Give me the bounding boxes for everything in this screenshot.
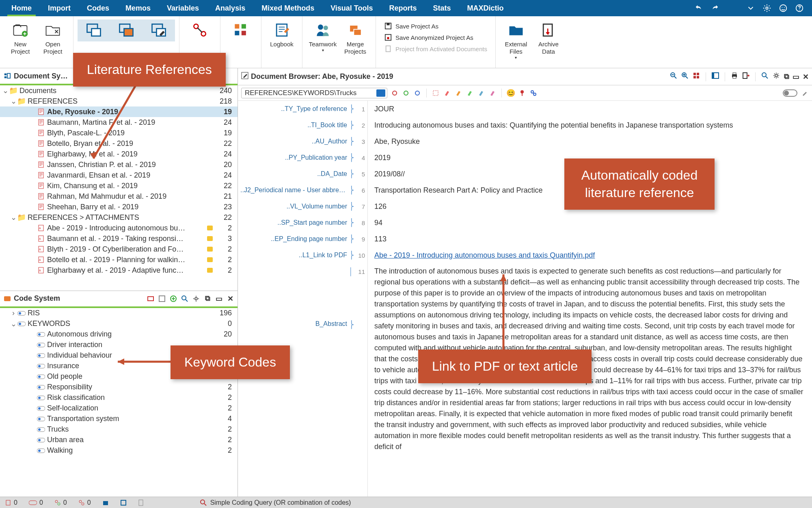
tree-item[interactable]: Rahman, Md Mahmudur et al. - 201921	[0, 191, 238, 202]
code-item[interactable]: Self-localization2	[0, 403, 238, 414]
doc-window3-button[interactable]	[143, 20, 175, 41]
code-item[interactable]: Risk classification2	[0, 393, 238, 403]
code-blue-icon[interactable]	[413, 89, 421, 97]
hl-green-icon[interactable]	[466, 89, 474, 97]
tree-item[interactable]: AElgharbawy et al. - 2019 - Adaptive fun…	[0, 265, 238, 276]
tab-codes[interactable]: Codes	[79, 0, 117, 16]
tree-item[interactable]: AAbe - 2019 - Introducing autonomous bu……	[0, 223, 238, 233]
hl-red-icon[interactable]	[443, 89, 451, 97]
tab-home[interactable]: Home	[3, 0, 40, 16]
gutter-row[interactable]: ..VL_Volume number⎬7	[238, 198, 367, 215]
merge-projects-button[interactable]: Merge Projects	[339, 20, 371, 56]
new-project-button[interactable]: New Project	[4, 20, 37, 56]
code-add-icon[interactable]	[169, 295, 177, 303]
link-icon[interactable]	[529, 89, 538, 97]
code-item[interactable]: Autonomous driving20	[0, 329, 238, 340]
tab-import[interactable]: Import	[40, 0, 79, 16]
hl-pink-icon[interactable]	[488, 89, 497, 97]
code-path-dropdown[interactable]: REFERENCES\KEYWORDS\Trucks	[241, 88, 387, 98]
gutter-row[interactable]: ..PY_Publication year⎬4	[238, 150, 367, 166]
logbook-button[interactable]: Logbook	[266, 20, 298, 49]
search-icon[interactable]	[181, 295, 189, 303]
teamwork-button[interactable]: Teamwork▾	[307, 20, 339, 56]
zoom-in-icon[interactable]	[681, 72, 689, 81]
help-icon[interactable]	[795, 4, 804, 13]
code-tree[interactable]: ›RIS196 ⌄KEYWORDS0 Autonomous driving20 …	[0, 308, 238, 497]
gutter-row[interactable]: ..L1_Link to PDF⎬10	[238, 247, 367, 263]
memo-icon[interactable]	[205, 267, 215, 274]
collapse-icon[interactable]: ▭	[215, 295, 223, 303]
close-icon[interactable]: ✕	[803, 72, 809, 81]
tab-visual-tools[interactable]: Visual Tools	[322, 0, 381, 16]
smile-icon[interactable]	[779, 4, 788, 13]
undo-icon[interactable]	[694, 4, 703, 13]
zoom-out-icon[interactable]	[670, 72, 677, 81]
code-item[interactable]: Trucks2	[0, 424, 238, 435]
status-item4[interactable]: 0	[78, 499, 91, 506]
tree-folder[interactable]: ⌄📁REFERENCES > ATTACHMENTS22	[0, 212, 238, 223]
gear-icon[interactable]	[762, 4, 771, 13]
status-codes[interactable]: 0	[29, 499, 43, 506]
gutter-row[interactable]: │11	[238, 263, 367, 280]
code-green-icon[interactable]	[402, 89, 410, 97]
pin-icon[interactable]	[518, 89, 526, 97]
tab-stats[interactable]: Stats	[425, 0, 459, 16]
codes-grid-button[interactable]	[225, 20, 257, 41]
save-project-as[interactable]: Save Project As	[384, 22, 487, 30]
memo-icon[interactable]	[205, 225, 215, 231]
code-item[interactable]: ›RIS196	[0, 308, 238, 319]
gutter-row[interactable]: ..TI_Book title⎬2	[238, 117, 367, 133]
chevron-down-icon[interactable]	[746, 4, 755, 13]
tab-variables[interactable]: Variables	[159, 0, 207, 16]
code-red-icon[interactable]	[391, 89, 399, 97]
collapse-icon[interactable]: ▭	[793, 72, 799, 81]
open-project-button[interactable]: Open Project	[37, 20, 69, 56]
code-item[interactable]: Transportation system4	[0, 414, 238, 424]
code-item[interactable]: ⌄KEYWORDS0	[0, 319, 238, 329]
memo-icon[interactable]	[205, 235, 215, 242]
redo-icon[interactable]	[710, 4, 719, 13]
doc-window1-button[interactable]	[78, 20, 110, 41]
hl-orange-icon[interactable]	[454, 89, 462, 97]
tab-maxdictio[interactable]: MAXDictio	[459, 0, 512, 16]
hl-blue-icon[interactable]	[477, 89, 485, 97]
gutter-row[interactable]: ..DA_Date⎬5	[238, 166, 367, 182]
tab-analysis[interactable]: Analysis	[207, 0, 253, 16]
tab-memos[interactable]: Memos	[117, 0, 159, 16]
tree-item[interactable]: ABlyth - 2019 - Of Cyberliberation and F…	[0, 244, 238, 254]
tree-item[interactable]: Javanmardi, Ehsan et al. - 201924	[0, 170, 238, 180]
code-item[interactable]: Responsibility2	[0, 382, 238, 393]
memo-icon[interactable]	[205, 246, 215, 252]
status-item7[interactable]	[138, 499, 144, 506]
doc-stats-button[interactable]	[184, 20, 216, 41]
doc-window2-button[interactable]	[110, 20, 143, 41]
gear-icon[interactable]	[192, 295, 200, 303]
tab-reports[interactable]: Reports	[381, 0, 425, 16]
edit-icon[interactable]	[241, 72, 248, 81]
external-files-button[interactable]: External Files▾	[500, 20, 532, 61]
status-query[interactable]: Simple Coding Query (OR combination of c…	[200, 499, 351, 506]
tree-item[interactable]: ABotello et al. - 2019 - Planning for wa…	[0, 254, 238, 265]
save-anon-project[interactable]: Save Anonymized Project As	[384, 33, 487, 41]
memo-icon[interactable]	[205, 256, 215, 263]
popout-icon[interactable]: ⧉	[784, 72, 789, 81]
status-item3[interactable]: 0	[54, 499, 67, 506]
grid-icon[interactable]	[693, 72, 700, 81]
export-icon[interactable]	[742, 72, 749, 81]
gutter-row[interactable]: ..AU_Author⎬3	[238, 133, 367, 150]
status-item6[interactable]	[120, 499, 127, 506]
code-tool-1-icon[interactable]	[147, 295, 155, 303]
tree-item[interactable]: Sheehan, Barry et al. - 201923	[0, 202, 238, 212]
tree-item[interactable]: Kim, Chansung et al. - 201922	[0, 180, 238, 191]
status-docs[interactable]: 0	[5, 499, 17, 506]
close-icon[interactable]: ✕	[226, 295, 234, 303]
gutter-row[interactable]: ..J2_Periodical name - User abbreviat⎬6	[238, 182, 367, 198]
status-item5[interactable]	[102, 499, 109, 506]
code-item[interactable]: Walking2	[0, 445, 238, 456]
gear-icon[interactable]	[773, 72, 780, 81]
tab-mixed-methods[interactable]: Mixed Methods	[253, 0, 322, 16]
popout-icon[interactable]: ⧉	[203, 295, 212, 303]
code-tool-2-icon[interactable]	[158, 295, 166, 303]
archive-data-button[interactable]: Archive Data	[532, 20, 565, 61]
gutter-row[interactable]: B_Abstract⎬	[238, 280, 367, 353]
